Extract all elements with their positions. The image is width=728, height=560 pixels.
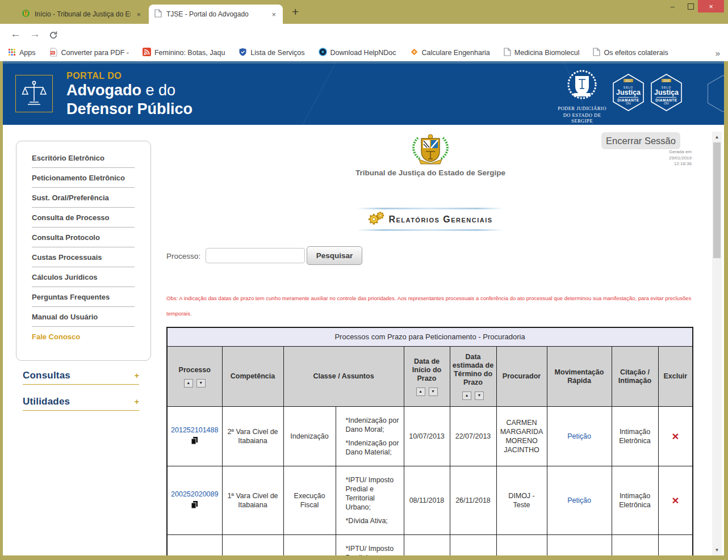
scroll-down-icon[interactable]: ▼ (712, 546, 722, 554)
bookmark-item[interactable]: Download HelpNDoc (319, 48, 396, 58)
globe-circle-icon (319, 48, 327, 58)
tab-title: Início - Tribunal de Justiça do Est (35, 10, 131, 18)
pesquisar-button[interactable]: Pesquisar (307, 246, 362, 265)
back-button[interactable]: ← (10, 27, 21, 41)
document-icon (504, 48, 511, 58)
assuntos-cell: *IPTU/ Imposto Predial e Territorial Urb… (336, 466, 404, 535)
classe-cell: Execução Fiscal (283, 535, 336, 556)
processo-link[interactable]: 201252101488 (171, 426, 218, 434)
processo-link[interactable]: 200252020089 (171, 490, 218, 498)
sidebar-section-consultas[interactable]: Consultas + (23, 370, 139, 385)
bookmark-item[interactable]: Calculare Engenharia (410, 48, 490, 58)
citacao-cell: Intimação Eletrônica (612, 466, 658, 535)
col-competencia: Competência (222, 347, 283, 407)
peticao-link[interactable]: Petição (567, 496, 591, 504)
data-inicio-cell: 10/07/2013 (404, 407, 450, 466)
close-tab-icon[interactable]: × (270, 10, 277, 19)
maximize-button[interactable] (681, 0, 700, 12)
movimentacao-cell: Petição (547, 407, 612, 466)
scrollbar-thumb[interactable] (713, 142, 721, 258)
sidebar-item-consulta-processo[interactable]: Consulta de Processo (32, 208, 135, 228)
close-tab-icon[interactable]: × (135, 10, 142, 19)
sidebar-section-utilidades[interactable]: Utilidades + (23, 396, 139, 411)
document-icon (593, 48, 600, 58)
diamond-icon (410, 48, 419, 58)
svg-text:PDF: PDF (50, 51, 55, 54)
copy-documents-icon[interactable] (170, 500, 219, 511)
tab-inicio-tjse[interactable]: Início - Tribunal de Justiça do Est × (16, 5, 148, 24)
expand-plus-icon: + (135, 397, 139, 406)
sidebar-menu: Escritório Eletrônico Peticionamento Ele… (16, 141, 151, 361)
sidebar-item-calculos[interactable]: Cálculos Jurídicos (32, 267, 135, 287)
generated-timestamp: Gerada em 29/01/2019 12:18:36 (624, 149, 692, 167)
sort-desc-icon[interactable]: ▼ (475, 391, 484, 400)
logout-button[interactable]: Encerrar Sessão (601, 132, 680, 149)
sidebar-item-escritorio[interactable]: Escritório Eletrônico (32, 148, 135, 168)
peticao-link[interactable]: Petição (567, 432, 591, 440)
sort-asc-icon[interactable]: ▲ (416, 388, 425, 396)
processo-cell: 201252101488 (167, 407, 222, 466)
shield-icon (239, 48, 247, 58)
bookmark-item[interactable]: PDF Converter para PDF - (49, 48, 129, 58)
sidebar-item-manual[interactable]: Manual do Usuário (32, 307, 135, 327)
crest-org-line1: PODER JUDICIÁRIO (553, 106, 612, 111)
col-data-termino: Data estimada de Término do Prazo ▲▼ (450, 347, 496, 407)
bookmark-item[interactable]: Medicina Biomolecul (504, 48, 580, 58)
page-scrollbar[interactable]: ▲ ▼ (712, 132, 722, 555)
bookmark-item[interactable]: Lista de Serviços (239, 48, 304, 58)
crest-org-line2: DO ESTADO DE SERGIPE (553, 112, 612, 124)
sort-desc-icon[interactable]: ▼ (429, 388, 438, 396)
delete-x-icon[interactable]: × (672, 494, 679, 507)
procurador-cell: DIMOJ - Teste (496, 466, 547, 535)
sidebar-item-fale-conosco[interactable]: Fale Conosco (32, 327, 135, 346)
scroll-up-icon[interactable]: ▲ (712, 133, 722, 141)
sidebar-item-peticionamento[interactable]: Peticionamento Eletrônico (32, 168, 135, 188)
apps-shortcut[interactable]: Apps (8, 48, 36, 58)
reload-button[interactable] (49, 30, 58, 43)
sort-desc-icon[interactable]: ▼ (196, 379, 206, 388)
col-excluir: Excluir (658, 347, 693, 407)
delete-x-icon[interactable]: × (672, 430, 679, 443)
sort-asc-icon[interactable]: ▲ (184, 379, 193, 388)
court-crest-icon (566, 94, 599, 104)
section-title: Relatórios Gerenciais (388, 214, 492, 225)
competencia-cell: 1ª Vara Civel de Itabaiana (222, 535, 283, 556)
expand-plus-icon: + (135, 371, 139, 380)
process-table: Processos com Prazo para Peticionamento … (166, 327, 693, 555)
bookmark-item[interactable]: Os efeitos colaterais (593, 48, 668, 58)
close-window-button[interactable]: × (698, 0, 724, 12)
section-heading: Relatórios Gerenciais (357, 208, 503, 231)
processo-input[interactable] (206, 248, 305, 263)
browser-window: Início - Tribunal de Justiça do Est × TJ… (0, 0, 728, 560)
sidebar-item-perguntas[interactable]: Perguntas Frequentes (32, 287, 135, 307)
citacao-cell: Intimação Eletrônica (612, 407, 658, 466)
sidebar-item-custas[interactable]: Custas Processuais (32, 247, 135, 267)
data-inicio-cell: 08/11/2018 (404, 466, 450, 535)
excluir-cell: × (658, 407, 693, 466)
page-favicon-icon (154, 9, 162, 19)
gears-icon (367, 210, 386, 228)
tab-portal-advogado[interactable]: TJSE - Portal do Advogado × (149, 5, 283, 24)
bookmarks-overflow-icon[interactable]: » (716, 48, 720, 58)
new-tab-button[interactable]: + (292, 5, 299, 19)
classe-cell: Execução Fiscal (283, 466, 336, 535)
bookmarks-bar: Apps PDF Converter para PDF - Feminino: … (0, 45, 728, 61)
tab-title: TJSE - Portal do Advogado (166, 10, 266, 18)
copy-documents-icon[interactable] (170, 436, 219, 447)
competencia-cell: 2ª Vara Civel de Itabaiana (222, 407, 283, 466)
col-data-inicio: Data de Início do Prazo ▲▼ (404, 347, 450, 407)
seal-justica-2018: 2018 SELO Justiça DIAMANTE CNJ (650, 74, 683, 111)
table-row: 200252020089 1ª Vara Civel de Itabaiana … (167, 466, 693, 535)
sidebar-item-sust-oral[interactable]: Sust. Oral/Preferência (32, 188, 135, 208)
forward-button[interactable]: → (30, 27, 40, 41)
assuntos-cell: *IPTU/ Imposto Predial e Territorial Urb… (336, 535, 404, 556)
bookmark-item[interactable]: Feminino: Botas, Jaqu (143, 48, 225, 58)
movimentacao-cell: Petição (547, 535, 612, 556)
sidebar-item-consulta-protocolo[interactable]: Consulta Protocolo (32, 228, 135, 247)
rss-icon (143, 48, 151, 58)
minimize-button[interactable]: – (663, 0, 681, 12)
decorative-hexagon-icon (706, 75, 728, 115)
procurador-cell: DIMOJ - Teste (496, 535, 547, 556)
sort-asc-icon[interactable]: ▲ (462, 391, 471, 400)
page-content: Escritório Eletrônico Peticionamento Ele… (0, 125, 728, 555)
